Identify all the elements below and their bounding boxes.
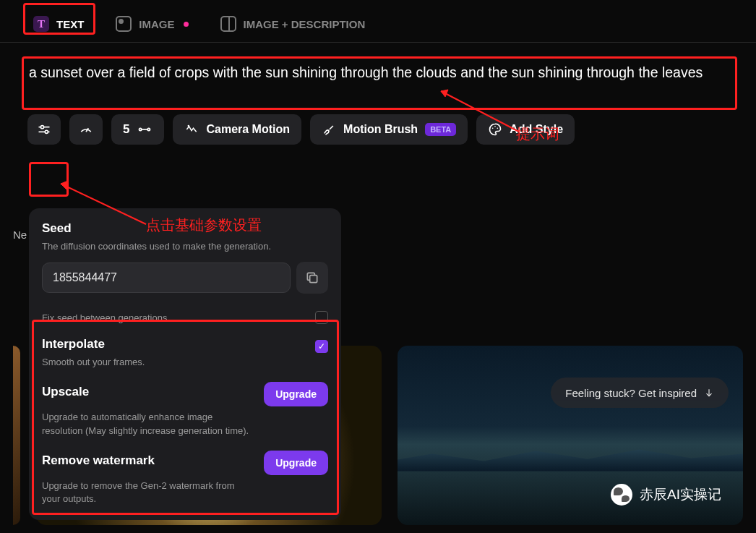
- svg-point-1: [40, 126, 43, 129]
- interpolate-title: Interpolate: [42, 337, 105, 351]
- seed-section: Seed The diffusion coordinates used to m…: [29, 218, 341, 304]
- watermark-section: Remove watermark Upgrade Upgrade to remo…: [29, 448, 341, 516]
- side-label: Ne: [13, 229, 27, 241]
- seed-desc: The diffusion coordinates used to make t…: [42, 240, 328, 253]
- channel-watermark: 赤辰AI实操记: [611, 484, 721, 506]
- tab-image-label: IMAGE: [139, 18, 174, 30]
- svg-point-8: [188, 125, 190, 127]
- add-style-button[interactable]: Add Style: [476, 114, 575, 145]
- motion-brush-button[interactable]: Motion Brush BETA: [310, 114, 468, 145]
- svg-point-9: [492, 128, 494, 129]
- prompt-container: a sunset over a field of crops with the …: [0, 43, 756, 107]
- gallery-item[interactable]: [13, 346, 20, 525]
- tab-combo-label: IMAGE + DESCRIPTION: [244, 18, 366, 30]
- count-value: 5: [123, 122, 129, 137]
- camera-motion-label: Camera Motion: [206, 123, 290, 136]
- arrow-down-icon: [704, 385, 714, 400]
- gauge-icon: [79, 122, 93, 137]
- beta-badge: BETA: [425, 123, 456, 136]
- upscale-title: Upscale: [42, 385, 89, 399]
- fix-seed-checkbox[interactable]: [315, 311, 328, 324]
- palette-icon: [488, 122, 502, 137]
- settings-toggle-button[interactable]: [27, 114, 61, 145]
- prompt-input[interactable]: a sunset over a field of crops with the …: [22, 53, 734, 93]
- sliders-icon: [37, 122, 51, 137]
- interpolate-checkbox[interactable]: ✓: [315, 340, 328, 353]
- speed-button[interactable]: [69, 114, 103, 145]
- upscale-upgrade-button[interactable]: Upgrade: [264, 382, 328, 406]
- notification-dot-icon: [184, 22, 189, 27]
- settings-panel: Seed The diffusion coordinates used to m…: [29, 208, 341, 520]
- channel-name: 赤辰AI实操记: [640, 485, 721, 504]
- svg-point-11: [497, 128, 499, 129]
- tab-image-description[interactable]: IMAGE + DESCRIPTION: [207, 9, 379, 39]
- svg-point-3: [45, 131, 48, 134]
- upscale-section: Upscale Upgrade Upgrade to automatically…: [29, 379, 341, 447]
- interpolate-section: Interpolate ✓ Smooth out your frames.: [29, 325, 341, 379]
- split-panel-icon: [220, 16, 236, 32]
- svg-marker-17: [61, 181, 68, 189]
- tab-image[interactable]: IMAGE: [103, 9, 201, 39]
- motion-brush-label: Motion Brush: [343, 123, 418, 136]
- get-inspired-label: Feeling stuck? Get inspired: [565, 387, 697, 399]
- get-inspired-button[interactable]: Feeling stuck? Get inspired: [551, 378, 729, 408]
- seed-input[interactable]: [42, 263, 291, 293]
- route-icon: [137, 122, 153, 137]
- tab-text-label: TEXT: [56, 18, 84, 30]
- watermark-desc: Upgrade to remove the Gen-2 watermark fr…: [42, 479, 252, 506]
- copy-seed-button[interactable]: [296, 262, 328, 294]
- seed-title: Seed: [42, 221, 328, 236]
- watermark-title: Remove watermark: [42, 453, 155, 468]
- image-icon: [116, 16, 132, 32]
- svg-point-5: [139, 129, 142, 131]
- fix-seed-row: Fix seed between generations: [29, 304, 341, 325]
- interpolate-desc: Smooth out your frames.: [42, 356, 328, 369]
- watermark-upgrade-button[interactable]: Upgrade: [264, 451, 328, 475]
- svg-point-10: [494, 126, 496, 127]
- fix-seed-label: Fix seed between generations: [42, 312, 167, 323]
- upscale-desc: Upgrade to automatically enhance image r…: [42, 411, 252, 437]
- copy-icon: [305, 270, 319, 285]
- camera-motion-icon: [184, 122, 199, 137]
- count-button[interactable]: 5: [111, 114, 164, 145]
- add-style-label: Add Style: [510, 123, 563, 136]
- input-mode-tabs: T TEXT IMAGE IMAGE + DESCRIPTION: [0, 0, 756, 43]
- text-icon: T: [33, 16, 49, 32]
- wechat-icon: [611, 484, 632, 506]
- camera-motion-button[interactable]: Camera Motion: [173, 114, 301, 145]
- controls-toolbar: 5 Camera Motion Motion Brush BETA Add St…: [0, 107, 756, 152]
- tab-text[interactable]: T TEXT: [20, 9, 97, 39]
- svg-rect-13: [310, 276, 317, 283]
- annotation-highlight-settings: [29, 162, 69, 197]
- svg-point-7: [148, 129, 150, 131]
- brush-icon: [322, 122, 336, 137]
